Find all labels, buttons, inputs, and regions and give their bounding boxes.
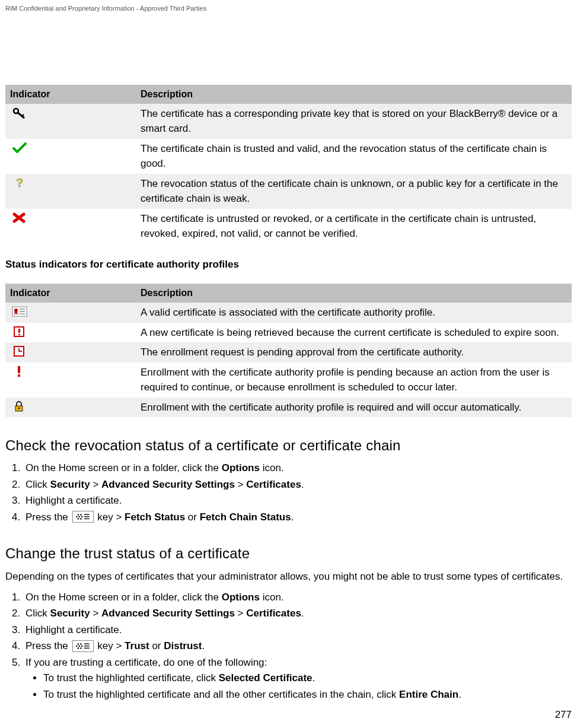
confidentiality-header: RIM Confidential and Proprietary Informa…: [5, 0, 572, 14]
table-row: A new certificate is being retrieved bec…: [5, 323, 572, 343]
table-row: The certificate is untrusted or revoked,…: [5, 209, 572, 244]
section-heading-trust: Change the trust status of a certificate: [5, 543, 572, 564]
svg-line-12: [22, 115, 24, 116]
step: If you are trusting a certificate, do on…: [23, 654, 572, 704]
cell-desc: The certificate has a corresponding priv…: [136, 104, 572, 139]
page-number: 277: [555, 707, 572, 723]
th-description: Description: [136, 284, 572, 303]
substep: To trust the highlighted certificate, cl…: [43, 670, 572, 686]
cell-desc: The revocation status of the certificate…: [136, 174, 572, 209]
cert-valid-icon: [11, 305, 28, 318]
th-description: Description: [136, 85, 572, 104]
cell-desc: The enrollment request is pending approv…: [136, 342, 572, 363]
svg-rect-25: [18, 366, 20, 373]
cert-clock-icon: [11, 345, 28, 358]
step: Click Security > Advanced Security Setti…: [23, 476, 572, 493]
steps-revocation: On the Home screen or in a folder, click…: [14, 460, 572, 525]
step: Press the key > Trust or Distrust.: [23, 638, 572, 654]
step: Highlight a certificate.: [23, 492, 572, 509]
exclaim-icon: [11, 365, 28, 378]
cell-desc: A valid certificate is associated with t…: [136, 303, 572, 323]
svg-rect-21: [18, 334, 20, 335]
table-row: The certificate chain is trusted and val…: [5, 139, 572, 174]
th-indicator: Indicator: [5, 284, 136, 303]
table-row: ? The revocation status of the certifica…: [5, 174, 572, 209]
indicator-table-2: Indicator Description A valid certificat…: [5, 284, 572, 417]
cell-desc: A new certificate is being retrieved bec…: [136, 323, 572, 343]
question-icon: ?: [11, 176, 28, 189]
cell-desc: Enrollment with the certificate authorit…: [136, 363, 572, 398]
x-icon: [11, 211, 28, 224]
table-row: A valid certificate is associated with t…: [5, 303, 572, 323]
table-row: Enrollment with the certificate authorit…: [5, 398, 572, 418]
check-icon: [11, 141, 28, 154]
indicator-table-1: Indicator Description The certificate ha…: [5, 85, 572, 244]
table-row: The enrollment request is pending approv…: [5, 342, 572, 363]
substep: To trust the highlighted certificate and…: [43, 686, 572, 703]
key-icon: [11, 106, 28, 119]
menu-key-icon: [72, 511, 94, 523]
section-intro: Depending on the types of certificates t…: [5, 569, 572, 584]
cell-desc: The certificate is untrusted or revoked,…: [136, 209, 572, 244]
cell-desc: Enrollment with the certificate authorit…: [136, 398, 572, 418]
svg-point-28: [18, 407, 20, 409]
step: On the Home screen or in a folder, click…: [23, 589, 572, 606]
cert-alert-icon: [11, 325, 28, 338]
svg-rect-20: [18, 329, 20, 333]
cell-desc: The certificate chain is trusted and val…: [136, 139, 572, 174]
svg-rect-26: [18, 374, 20, 377]
step: On the Home screen or in a folder, click…: [23, 460, 572, 476]
svg-text:?: ?: [16, 176, 23, 189]
steps-trust: On the Home screen or in a folder, click…: [14, 589, 572, 704]
step: Click Security > Advanced Security Setti…: [23, 605, 572, 622]
table-row: Enrollment with the certificate authorit…: [5, 363, 572, 398]
lock-icon: [11, 400, 28, 413]
subheading-ca-profiles: Status indicators for certificate author…: [5, 257, 572, 272]
substeps: To trust the highlighted certificate, cl…: [33, 670, 572, 702]
th-indicator: Indicator: [5, 85, 136, 104]
menu-key-icon: [72, 640, 94, 652]
step: Highlight a certificate.: [23, 622, 572, 638]
step: Press the key > Fetch Status or Fetch Ch…: [23, 509, 572, 526]
section-heading-revocation: Check the revocation status of a certifi…: [5, 435, 572, 456]
table-row: The certificate has a corresponding priv…: [5, 104, 572, 139]
